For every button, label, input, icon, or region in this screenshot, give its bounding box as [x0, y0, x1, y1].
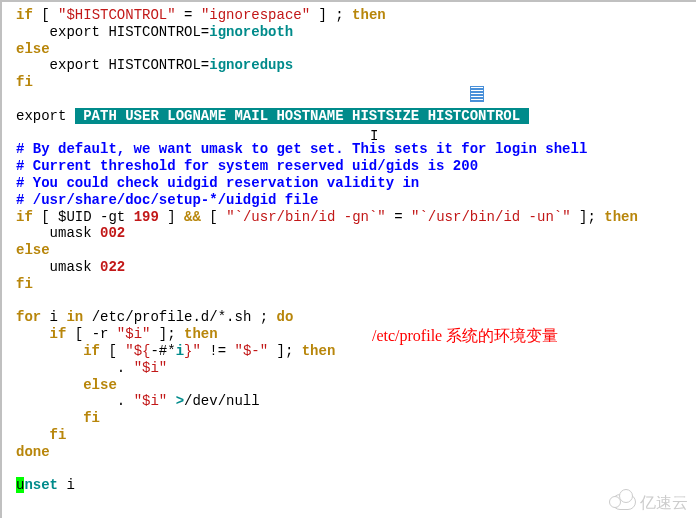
- code-line: else: [16, 41, 696, 58]
- code-line: . "$i": [16, 360, 696, 377]
- code-line: fi: [16, 276, 696, 293]
- text-cursor-icon: I: [370, 128, 378, 145]
- code-line: done: [16, 444, 696, 461]
- highlighted-selection: PATH USER LOGNAME MAIL HOSTNAME HISTSIZE…: [75, 108, 529, 124]
- code-line: export HISTCONTROL=ignoreboth: [16, 24, 696, 41]
- code-line: umask 002: [16, 225, 696, 242]
- code-line: [16, 293, 696, 310]
- code-line: . "$i" >/dev/null: [16, 393, 696, 410]
- hamburger-icon: [470, 86, 484, 102]
- code-line: # /usr/share/doc/setup-*/uidgid file: [16, 192, 696, 209]
- watermark-text: 亿速云: [640, 493, 688, 512]
- code-line: # Current threshold for system reserved …: [16, 158, 696, 175]
- code-line: # You could check uidgid reservation val…: [16, 175, 696, 192]
- code-line: if [ "${-#*i}" != "$-" ]; then: [16, 343, 696, 360]
- code-line: for i in /etc/profile.d/*.sh ; do: [16, 309, 696, 326]
- code-line: if [ $UID -gt 199 ] && [ "`/usr/bin/id -…: [16, 209, 696, 226]
- code-line: export PATH USER LOGNAME MAIL HOSTNAME H…: [16, 108, 696, 125]
- code-line: # By default, we want umask to get set. …: [16, 141, 696, 158]
- code-line: else: [16, 377, 696, 394]
- code-line: export HISTCONTROL=ignoredups: [16, 57, 696, 74]
- code-line: unset i: [16, 477, 696, 494]
- code-line: fi: [16, 427, 696, 444]
- cloud-icon: [612, 494, 636, 510]
- code-line: [16, 125, 696, 142]
- code-line: if [ -r "$i" ]; then: [16, 326, 696, 343]
- code-line: fi: [16, 74, 696, 91]
- annotation-text: /etc/profile 系统的环境变量: [372, 326, 558, 345]
- code-line: umask 022: [16, 259, 696, 276]
- code-line: [16, 91, 696, 108]
- code-line: [16, 461, 696, 478]
- code-line: fi: [16, 410, 696, 427]
- code-line: if [ "$HISTCONTROL" = "ignorespace" ] ; …: [16, 7, 696, 24]
- watermark: 亿速云: [612, 493, 688, 512]
- code-line: else: [16, 242, 696, 259]
- code-editor-viewport[interactable]: if [ "$HISTCONTROL" = "ignorespace" ] ; …: [0, 0, 696, 518]
